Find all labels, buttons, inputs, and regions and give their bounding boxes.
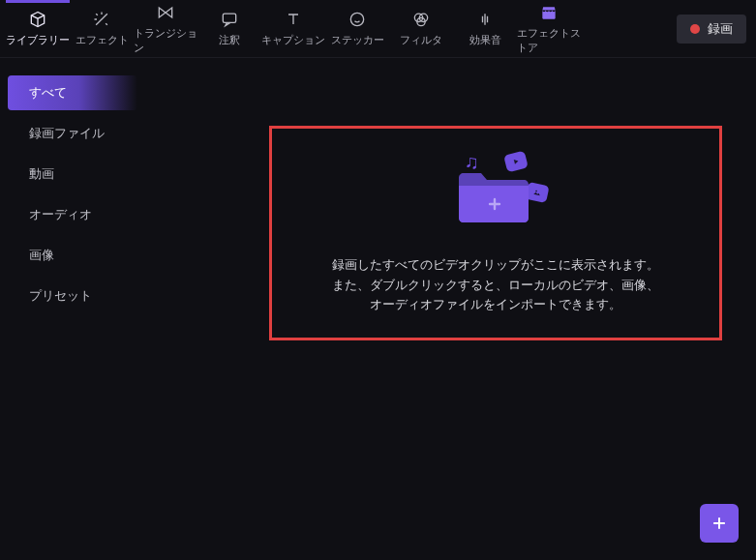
filter-icon bbox=[411, 10, 431, 29]
sidebar-item-label: オーディオ bbox=[29, 207, 92, 221]
sidebar-item-image[interactable]: 画像 bbox=[8, 238, 137, 273]
sidebar-item-label: 録画ファイル bbox=[29, 126, 105, 140]
store-icon bbox=[539, 3, 559, 22]
sound-icon bbox=[475, 10, 495, 29]
dropzone-text: 録画したすべてのビデオクリップがここに表示されます。また、ダブルクリックすると、… bbox=[330, 255, 661, 315]
add-fab-button[interactable] bbox=[700, 504, 739, 543]
tab-transition[interactable]: トランジション bbox=[134, 0, 197, 57]
toolbar-spacer bbox=[581, 0, 677, 57]
sidebar-item-label: 動画 bbox=[29, 166, 54, 181]
sidebar-item-audio[interactable]: オーディオ bbox=[8, 197, 137, 232]
text-icon bbox=[284, 10, 303, 29]
tab-label: ステッカー bbox=[331, 33, 384, 47]
tab-filter[interactable]: フィルタ bbox=[389, 0, 453, 57]
tab-label: 注釈 bbox=[219, 33, 240, 47]
record-label: 録画 bbox=[708, 20, 733, 38]
sidebar-item-recfile[interactable]: 録画ファイル bbox=[8, 116, 137, 151]
top-toolbar: ライブラリー エフェクト トランジション 注釈 キャプション ステッカー bbox=[0, 0, 756, 58]
tab-effect-store[interactable]: エフェクトストア bbox=[517, 0, 581, 57]
record-button[interactable]: 録画 bbox=[677, 15, 746, 44]
sidebar-item-label: プリセット bbox=[29, 288, 92, 303]
tab-sticker[interactable]: ステッカー bbox=[325, 0, 389, 57]
svg-rect-0 bbox=[223, 14, 235, 22]
transition-icon bbox=[156, 3, 175, 22]
sidebar-item-all[interactable]: すべて bbox=[8, 75, 137, 110]
smile-icon bbox=[348, 10, 367, 29]
tab-label: トランジション bbox=[134, 26, 197, 55]
tab-caption[interactable]: キャプション bbox=[261, 0, 325, 57]
folder-illustration: ♫ bbox=[438, 151, 554, 238]
sidebar-item-video[interactable]: 動画 bbox=[8, 157, 137, 192]
tab-label: エフェクトストア bbox=[517, 26, 581, 55]
folder-icon bbox=[457, 168, 530, 224]
record-dot-icon bbox=[690, 24, 700, 34]
tab-sound[interactable]: 効果音 bbox=[453, 0, 517, 57]
sidebar-item-label: すべて bbox=[29, 85, 67, 100]
sidebar: すべて 録画ファイル 動画 オーディオ 画像 プリセット bbox=[0, 58, 145, 560]
plus-icon bbox=[710, 514, 729, 533]
tab-label: エフェクト bbox=[76, 33, 129, 47]
sidebar-item-label: 画像 bbox=[29, 248, 54, 262]
wand-icon bbox=[92, 10, 111, 29]
body: すべて 録画ファイル 動画 オーディオ 画像 プリセット ♫ bbox=[0, 58, 756, 560]
chat-icon bbox=[220, 10, 239, 29]
main-panel: ♫ 録画したすべてのビデオクリップがここに表示されます。また、ダブルクリックする… bbox=[145, 58, 756, 560]
tab-label: ライブラリー bbox=[6, 33, 70, 47]
tab-label: 効果音 bbox=[469, 33, 501, 47]
cube-icon bbox=[28, 10, 47, 29]
tab-library[interactable]: ライブラリー bbox=[6, 0, 70, 57]
svg-point-5 bbox=[535, 190, 537, 192]
tab-label: キャプション bbox=[261, 33, 325, 47]
tab-annotate[interactable]: 注釈 bbox=[197, 0, 261, 57]
tab-effects[interactable]: エフェクト bbox=[70, 0, 134, 57]
sidebar-item-preset[interactable]: プリセット bbox=[8, 279, 137, 313]
import-dropzone[interactable]: ♫ 録画したすべてのビデオクリップがここに表示されます。また、ダブルクリックする… bbox=[269, 126, 722, 340]
tab-label: フィルタ bbox=[400, 33, 442, 47]
svg-point-1 bbox=[350, 13, 363, 25]
